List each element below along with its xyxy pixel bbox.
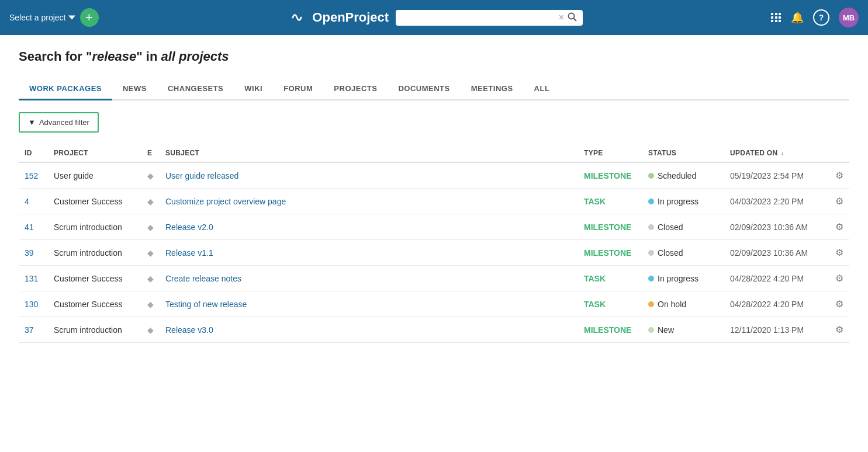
col-header-updated_on[interactable]: UPDATED ON ↓: [724, 144, 829, 162]
row-status: On hold: [642, 291, 724, 317]
select-project-label: Select a project: [9, 13, 66, 22]
row-subject[interactable]: Testing of new release: [160, 291, 578, 317]
row-type-icon: ◆: [141, 291, 160, 317]
row-subject[interactable]: Customize project overview page: [160, 189, 578, 214]
row-subject[interactable]: User guide released: [160, 162, 578, 189]
filter-area: ▼ Advanced filter: [19, 112, 849, 133]
table-row: 130 Customer Success ◆ Testing of new re…: [19, 291, 849, 317]
status-label: Scheduled: [658, 171, 696, 180]
help-button[interactable]: ?: [813, 9, 829, 26]
tab-all[interactable]: ALL: [524, 78, 561, 100]
search-clear-button[interactable]: ×: [559, 12, 564, 23]
row-type: MILESTONE: [578, 240, 642, 266]
row-subject[interactable]: Release v3.0: [160, 317, 578, 343]
row-id[interactable]: 37: [19, 317, 48, 343]
row-id[interactable]: 4: [19, 189, 48, 214]
sort-arrow-icon: ↓: [781, 150, 784, 157]
row-project: Customer Success: [48, 266, 141, 291]
filter-icon: ▼: [28, 118, 36, 127]
search-tabs: WORK PACKAGESNEWSCHANGESETSWIKIFORUMPROJ…: [19, 78, 849, 100]
tab-documents[interactable]: DOCUMENTS: [388, 78, 460, 100]
row-project: Scrum introduction: [48, 240, 141, 266]
row-id[interactable]: 152: [19, 162, 48, 189]
row-type-icon: ◆: [141, 214, 160, 240]
row-subject[interactable]: Release v1.1: [160, 240, 578, 266]
topbar: Select a project + OpenProject ×: [0, 0, 868, 35]
row-project: User guide: [48, 162, 141, 189]
row-status: In progress: [642, 266, 724, 291]
tab-meetings[interactable]: MEETINGS: [461, 78, 524, 100]
row-gear-button[interactable]: ⚙: [835, 298, 843, 310]
row-gear-button[interactable]: ⚙: [835, 221, 843, 232]
notifications-button[interactable]: 🔔: [791, 11, 804, 24]
col-header-status: STATUS: [642, 144, 724, 162]
row-updated-on: 04/03/2023 2:20 PM: [724, 189, 829, 214]
row-gear-cell: ⚙: [829, 266, 849, 291]
row-type: MILESTONE: [578, 214, 642, 240]
row-gear-button[interactable]: ⚙: [835, 273, 843, 284]
advanced-filter-button[interactable]: ▼ Advanced filter: [19, 112, 99, 133]
tab-work-packages[interactable]: WORK PACKAGES: [19, 78, 112, 100]
topbar-center: OpenProject ×: [106, 7, 765, 28]
row-updated-on: 04/28/2022 4:20 PM: [724, 291, 829, 317]
page-title: Search for "release" in all projects: [19, 49, 849, 64]
row-id[interactable]: 131: [19, 266, 48, 291]
row-subject[interactable]: Create release notes: [160, 266, 578, 291]
row-project: Scrum introduction: [48, 214, 141, 240]
svg-line-2: [574, 18, 576, 20]
col-header-gear: [829, 144, 849, 162]
table-row: 131 Customer Success ◆ Create release no…: [19, 266, 849, 291]
row-id[interactable]: 41: [19, 214, 48, 240]
tab-forum[interactable]: FORUM: [273, 78, 323, 100]
row-gear-button[interactable]: ⚙: [835, 324, 843, 335]
user-avatar-button[interactable]: MB: [839, 8, 859, 27]
row-project: Customer Success: [48, 189, 141, 214]
col-header-id: ID: [19, 144, 48, 162]
row-id[interactable]: 39: [19, 240, 48, 266]
tab-projects[interactable]: PROJECTS: [323, 78, 388, 100]
row-type-icon: ◆: [141, 162, 160, 189]
row-type: TASK: [578, 189, 642, 214]
tab-changesets[interactable]: CHANGESETS: [157, 78, 234, 100]
col-header-icon: E: [141, 144, 160, 162]
status-dot-icon: [648, 327, 654, 333]
row-gear-cell: ⚙: [829, 162, 849, 189]
row-type-icon: ◆: [141, 240, 160, 266]
row-gear-cell: ⚙: [829, 317, 849, 343]
search-input[interactable]: [402, 13, 555, 22]
main-content: Search for "release" in all projects WOR…: [0, 35, 868, 357]
table-row: 152 User guide ◆ User guide released MIL…: [19, 162, 849, 189]
new-project-button[interactable]: +: [80, 8, 99, 27]
topbar-left: Select a project +: [9, 8, 99, 27]
table-header: IDPROJECTESUBJECTTYPESTATUSUPDATED ON ↓: [19, 144, 849, 162]
col-header-subject: SUBJECT: [160, 144, 578, 162]
row-gear-button[interactable]: ⚙: [835, 196, 843, 207]
status-label: In progress: [658, 274, 698, 283]
row-updated-on: 04/28/2022 4:20 PM: [724, 266, 829, 291]
tab-news[interactable]: NEWS: [112, 78, 157, 100]
table-row: 41 Scrum introduction ◆ Release v2.0 MIL…: [19, 214, 849, 240]
select-project-button[interactable]: Select a project: [9, 13, 75, 22]
status-label: Closed: [658, 222, 683, 232]
row-id[interactable]: 130: [19, 291, 48, 317]
row-type: TASK: [578, 266, 642, 291]
search-icon: [568, 12, 577, 22]
logo-text: OpenProject: [312, 10, 389, 25]
status-dot-icon: [648, 173, 654, 179]
search-submit-button[interactable]: [568, 12, 577, 23]
row-status: In progress: [642, 189, 724, 214]
row-project: Scrum introduction: [48, 317, 141, 343]
table-row: 37 Scrum introduction ◆ Release v3.0 MIL…: [19, 317, 849, 343]
modules-button[interactable]: [771, 13, 781, 22]
row-gear-button[interactable]: ⚙: [835, 170, 843, 181]
row-type: TASK: [578, 291, 642, 317]
chevron-down-icon: [68, 14, 75, 21]
table-body: 152 User guide ◆ User guide released MIL…: [19, 162, 849, 343]
row-gear-cell: ⚙: [829, 291, 849, 317]
row-type: MILESTONE: [578, 162, 642, 189]
row-subject[interactable]: Release v2.0: [160, 214, 578, 240]
row-project: Customer Success: [48, 291, 141, 317]
row-gear-button[interactable]: ⚙: [835, 247, 843, 258]
search-bar: ×: [396, 10, 583, 26]
tab-wiki[interactable]: WIKI: [234, 78, 273, 100]
